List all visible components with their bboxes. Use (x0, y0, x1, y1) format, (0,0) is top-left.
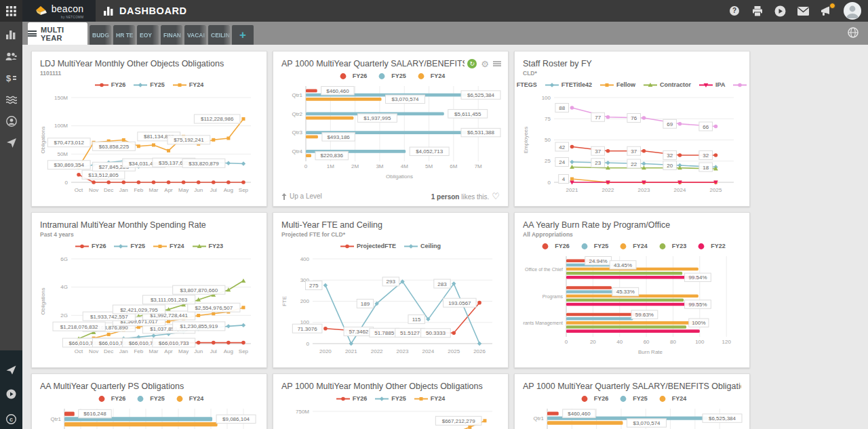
waves-icon[interactable] (0, 89, 22, 110)
legend-item[interactable]: FY23 (193, 243, 224, 249)
chart-canvas[interactable]: 02G4G6GOctNovDecJanFebMarAprMayJunJulAug… (40, 253, 260, 356)
tab-finan[interactable]: FINAN (161, 25, 182, 45)
legend-item[interactable]: FY24 (656, 395, 687, 402)
legend-item[interactable]: FTEGS (514, 81, 537, 88)
tabbar: MULTI YEAR BUDGHR TEEOYFINANVACAICEILIN+ (22, 22, 868, 45)
up-a-level-link[interactable]: Up a Level (281, 192, 322, 200)
chart-canvas[interactable]: 050M100M150MOctNovDecJanFebMarAprMayJunJ… (40, 91, 260, 195)
legend-item[interactable]: FY24 (153, 243, 184, 249)
legend-item[interactable]: Ceiling (404, 243, 441, 249)
print-icon[interactable] (751, 5, 763, 17)
bar-chart-icon[interactable] (0, 24, 22, 45)
svg-text:$3,807,870,660: $3,807,870,660 (180, 287, 218, 293)
legend-item[interactable]: FY23 (656, 243, 687, 249)
svg-text:Feb: Feb (134, 348, 143, 354)
svg-text:57.3462: 57.3462 (349, 329, 368, 335)
chart-canvas[interactable]: 025507510020212022202320242025Employees4… (523, 91, 743, 195)
plane-icon[interactable] (0, 133, 22, 153)
legend-item[interactable]: FY24 (173, 81, 204, 88)
chart-canvas[interactable]: 01M2M3M4M5M6M7MObligationsQtr1Qtr2Qtr3Qt… (281, 83, 501, 180)
legend-item[interactable]: FY25 (578, 243, 609, 249)
legend-label: FY23 (672, 243, 687, 249)
svg-text:$6,525,384: $6,525,384 (709, 415, 736, 422)
legend-item[interactable]: FY22 (694, 243, 726, 249)
svg-text:$30,869,354: $30,869,354 (54, 162, 84, 168)
tab-budg[interactable]: BUDG (90, 25, 111, 45)
user-circle-icon[interactable] (0, 111, 22, 131)
legend-item[interactable]: FY25 (616, 395, 648, 402)
legend-item[interactable]: Total (733, 81, 750, 88)
legend-item[interactable]: ProjectedFTE (340, 243, 396, 249)
legend-label: Fellow (616, 81, 635, 88)
gear-icon[interactable]: ⚙ (481, 60, 489, 68)
avatar[interactable] (844, 2, 861, 20)
announcements-icon[interactable] (821, 5, 832, 17)
svg-text:Qtr2: Qtr2 (292, 111, 302, 117)
legend-item[interactable]: FY25 (134, 81, 165, 88)
chart-canvas[interactable]: 020406080100120Burn RateOffice of the Ch… (523, 253, 743, 356)
legend-label: FY25 (130, 243, 145, 249)
users-icon[interactable] (0, 46, 22, 66)
brand-logo[interactable]: beacon by NETCOMM (22, 0, 96, 22)
svg-text:$1,937,995: $1,937,995 (363, 115, 391, 121)
legend-item[interactable]: Fellow (600, 81, 635, 88)
svg-text:Dec: Dec (104, 187, 113, 193)
legend-item[interactable]: FY24 (414, 395, 446, 402)
mail-icon[interactable] (797, 5, 809, 17)
svg-text:4M: 4M (401, 163, 408, 169)
legend-item[interactable]: FY25 (134, 395, 165, 402)
legend-item[interactable]: Contractor (644, 81, 691, 88)
legend-item[interactable]: FY24 (414, 73, 446, 79)
legend-item[interactable]: FY25 (375, 73, 406, 79)
legend-item[interactable]: FY25 (375, 395, 406, 402)
legend-label: FY23 (209, 243, 224, 249)
svg-text:0: 0 (307, 341, 310, 347)
svg-text:$6,525,384: $6,525,384 (467, 92, 495, 98)
tab-hr-te[interactable]: HR TE (113, 25, 135, 45)
legend-label: FY25 (594, 243, 609, 249)
play-icon[interactable] (774, 5, 786, 17)
send-icon[interactable] (0, 360, 22, 380)
help-icon[interactable]: ? (728, 5, 740, 17)
svg-text:Employees: Employees (523, 127, 529, 154)
up-level-icon (281, 193, 287, 200)
legend-item[interactable]: FTETitle42 (545, 81, 592, 88)
chart-subtitle: All Appropriations (523, 230, 741, 239)
legend-item[interactable]: FY24 (616, 243, 648, 249)
tab-vacai[interactable]: VACAI (184, 25, 206, 45)
app-grid-button[interactable] (0, 0, 22, 22)
dollar-icon[interactable]: $ (0, 68, 22, 88)
chart-canvas[interactable]: 0250M500M750MOctNovDecJanFebMarAprMayJun… (281, 405, 501, 429)
legend-item[interactable]: FY25 (114, 243, 145, 249)
add-tab-button[interactable]: + (232, 25, 254, 45)
svg-text:Office of the Chief: Office of the Chief (525, 267, 563, 272)
legend-item[interactable]: FY26 (95, 81, 126, 88)
play-circle-icon[interactable] (0, 384, 22, 404)
legend-item[interactable]: FY26 (578, 395, 609, 402)
tab-multi-year[interactable]: MULTI YEAR (28, 22, 87, 45)
svg-text:32: 32 (703, 152, 709, 159)
chart-canvas[interactable]: 01M2M3M4M5M6M7M8M9M10M11MQtr1Qtr2Qtr3Qtr… (40, 405, 260, 429)
legend-label: FY25 (633, 395, 648, 402)
menu-icon[interactable] (493, 61, 501, 66)
globe-icon[interactable] (848, 27, 859, 41)
tab-eoy[interactable]: EOY (137, 25, 159, 45)
legend-item[interactable]: FY26 (336, 73, 368, 79)
legend-item[interactable]: FY26 (336, 395, 368, 402)
copyright-icon[interactable]: c (0, 409, 22, 429)
legend-item[interactable]: FY26 (75, 243, 106, 249)
svg-text:Jan: Jan (119, 187, 128, 193)
heart-icon[interactable]: ♡ (492, 191, 500, 201)
legend-item[interactable]: FY24 (173, 395, 204, 402)
chart-canvas[interactable]: 01M2M3M4M5M6M7MObligationsQtr1Qtr2Qtr3Qt… (523, 405, 743, 429)
legend-item[interactable]: FY26 (95, 395, 126, 402)
legend-item[interactable]: FY26 (538, 243, 570, 249)
legend-item[interactable]: IPA (699, 81, 725, 88)
sync-icon[interactable]: ↻ (467, 59, 477, 68)
tab-ceilin[interactable]: CEILIN (208, 25, 230, 45)
svg-text:20: 20 (590, 339, 596, 345)
svg-text:275: 275 (309, 283, 319, 289)
chart-legend: FY26FY25FY24 (523, 392, 741, 405)
chart-canvas[interactable]: 0100200300400202020212022202320242025202… (281, 253, 501, 356)
legend-label: FY26 (111, 81, 126, 88)
